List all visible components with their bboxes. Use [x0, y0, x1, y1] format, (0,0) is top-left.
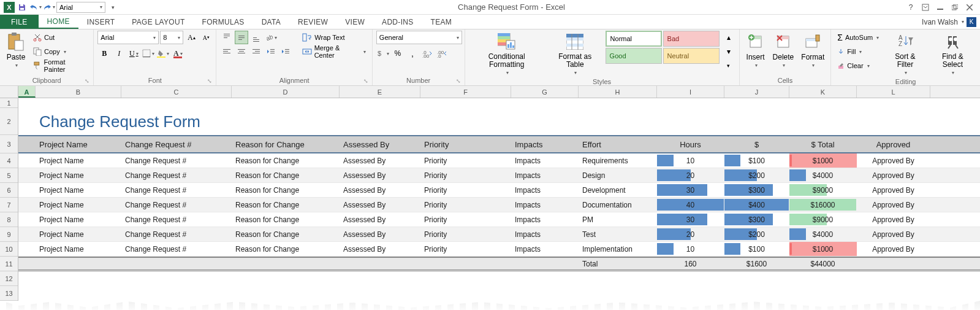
cell-dollars[interactable]: $400 — [724, 198, 789, 212]
row-header-1[interactable]: 1 — [0, 98, 18, 108]
cell-dollars[interactable]: $300 — [724, 183, 789, 197]
tab-data[interactable]: DATA — [253, 15, 289, 29]
table-row[interactable]: Project NameChange Request #Reason for C… — [18, 168, 980, 183]
cell-change-req[interactable]: Change Request # — [121, 242, 232, 256]
tab-view[interactable]: VIEW — [336, 15, 373, 29]
style-normal[interactable]: Normal — [606, 31, 662, 47]
hdr-hours[interactable]: Hours — [657, 136, 724, 152]
tab-insert[interactable]: INSERT — [78, 15, 124, 29]
align-bottom-button[interactable] — [249, 31, 263, 44]
cell-impacts[interactable]: Impacts — [511, 153, 579, 168]
styles-scroll-down[interactable]: ▾ — [722, 45, 735, 58]
decrease-indent-button[interactable] — [264, 45, 278, 58]
restore-button[interactable] — [948, 1, 962, 14]
cell-approved[interactable]: Approved By — [857, 183, 930, 197]
cell-dollars[interactable]: $200 — [724, 227, 789, 241]
cell-approved[interactable]: Approved By — [857, 153, 930, 168]
cell-approved[interactable]: Approved By — [857, 212, 930, 227]
tab-review[interactable]: REVIEW — [289, 15, 336, 29]
cell-impacts[interactable]: Impacts — [511, 168, 579, 182]
row-header-5[interactable]: 5 — [0, 168, 18, 183]
cell-dollars[interactable]: $100 — [724, 242, 789, 256]
increase-font-button[interactable]: A▴ — [184, 31, 198, 44]
cell-total[interactable]: $4000 — [789, 227, 857, 241]
tab-home[interactable]: HOME — [39, 15, 78, 29]
cell-effort[interactable]: Development — [579, 183, 657, 197]
row-header-10[interactable]: 10 — [0, 242, 18, 257]
insert-cells-button[interactable]: Insert▾ — [743, 31, 768, 69]
hdr-project[interactable]: Project Name — [36, 136, 121, 152]
cell-project[interactable]: Project Name — [36, 168, 121, 182]
format-cells-button[interactable]: Format▾ — [799, 31, 827, 69]
font-color-button[interactable]: A▾ — [171, 47, 184, 60]
cell-priority[interactable]: Priority — [420, 183, 511, 197]
cell-effort[interactable]: Implementation — [579, 242, 657, 256]
cell-project[interactable]: Project Name — [36, 153, 121, 168]
number-launcher[interactable]: ⤡ — [456, 78, 461, 84]
bold-button[interactable]: B — [97, 47, 111, 60]
align-center-button[interactable] — [235, 45, 248, 58]
cell-hours[interactable]: 10 — [657, 242, 724, 256]
redo-button[interactable]: ▾ — [43, 1, 55, 14]
undo-button[interactable]: ▾ — [29, 1, 42, 14]
cell-project[interactable]: Project Name — [36, 183, 121, 197]
col-header-e[interactable]: E — [340, 86, 420, 98]
find-select-button[interactable]: Find & Select▾ — [929, 31, 976, 77]
row-header-3[interactable]: 3 — [0, 135, 18, 153]
cell-priority[interactable]: Priority — [420, 227, 511, 241]
align-middle-button[interactable] — [235, 31, 248, 44]
cell-assessed[interactable]: Assessed By — [340, 212, 420, 227]
cell-impacts[interactable]: Impacts — [511, 227, 579, 241]
cell-effort[interactable]: PM — [579, 212, 657, 227]
user-name[interactable]: Ivan Walsh — [922, 18, 958, 26]
cell-assessed[interactable]: Assessed By — [340, 242, 420, 256]
table-row[interactable]: Project NameChange Request #Reason for C… — [18, 183, 980, 198]
cell-impacts[interactable]: Impacts — [511, 212, 579, 227]
table-row[interactable]: Project NameChange Request #Reason for C… — [18, 212, 980, 227]
format-painter-button[interactable]: Format Painter — [31, 59, 89, 72]
cell-effort[interactable]: Requirements — [579, 153, 657, 168]
hdr-reason[interactable]: Reason for Change — [232, 136, 340, 152]
cell-dollars[interactable]: $300 — [724, 212, 789, 227]
number-format-combo[interactable]: General▾ — [376, 31, 462, 44]
cell-change-req[interactable]: Change Request # — [121, 168, 232, 182]
orientation-button[interactable]: ab▾ — [264, 31, 278, 44]
col-header-b[interactable]: B — [36, 86, 121, 98]
tab-addins[interactable]: ADD-INS — [373, 15, 422, 29]
table-row[interactable]: Project NameChange Request #Reason for C… — [18, 153, 980, 168]
cell-total[interactable]: $4000 — [789, 168, 857, 182]
col-header-c[interactable]: C — [121, 86, 232, 98]
cell-priority[interactable]: Priority — [420, 212, 511, 227]
decrease-font-button[interactable]: A▾ — [199, 31, 213, 44]
col-header-g[interactable]: G — [511, 86, 579, 98]
tab-team[interactable]: TEAM — [422, 15, 461, 29]
cell-change-req[interactable]: Change Request # — [121, 212, 232, 227]
cell-change-req[interactable]: Change Request # — [121, 227, 232, 241]
cell-project[interactable]: Project Name — [36, 212, 121, 227]
cell-reason[interactable]: Reason for Change — [232, 212, 340, 227]
cell-impacts[interactable]: Impacts — [511, 198, 579, 212]
cell-hours[interactable]: 20 — [657, 227, 724, 241]
row-header-8[interactable]: 8 — [0, 212, 18, 227]
close-button[interactable] — [963, 1, 976, 14]
row-header-2[interactable]: 2 — [0, 108, 18, 135]
cell-total[interactable]: $16000 — [789, 198, 857, 212]
cut-button[interactable]: Cut — [31, 31, 89, 44]
merge-center-button[interactable]: Merge & Center▾ — [300, 45, 368, 58]
cell-approved[interactable]: Approved By — [857, 168, 930, 182]
cell-approved[interactable]: Approved By — [857, 242, 930, 256]
table-row[interactable]: Project NameChange Request #Reason for C… — [18, 242, 980, 257]
cell-hours[interactable]: 10 — [657, 153, 724, 168]
hdr-assessed[interactable]: Assessed By — [340, 136, 420, 152]
qat-font-combo[interactable]: Arial▾ — [56, 2, 105, 13]
table-row[interactable]: Project NameChange Request #Reason for C… — [18, 198, 980, 212]
cell-project[interactable]: Project Name — [36, 242, 121, 256]
cell-reason[interactable]: Reason for Change — [232, 183, 340, 197]
wrap-text-button[interactable]: Wrap Text — [300, 31, 368, 44]
help-button[interactable]: ? — [904, 1, 917, 14]
row-header-13[interactable]: 13 — [0, 286, 18, 301]
italic-button[interactable]: I — [112, 47, 126, 60]
hdr-priority[interactable]: Priority — [420, 136, 511, 152]
underline-button[interactable]: U▾ — [127, 47, 140, 60]
cell-reason[interactable]: Reason for Change — [232, 242, 340, 256]
